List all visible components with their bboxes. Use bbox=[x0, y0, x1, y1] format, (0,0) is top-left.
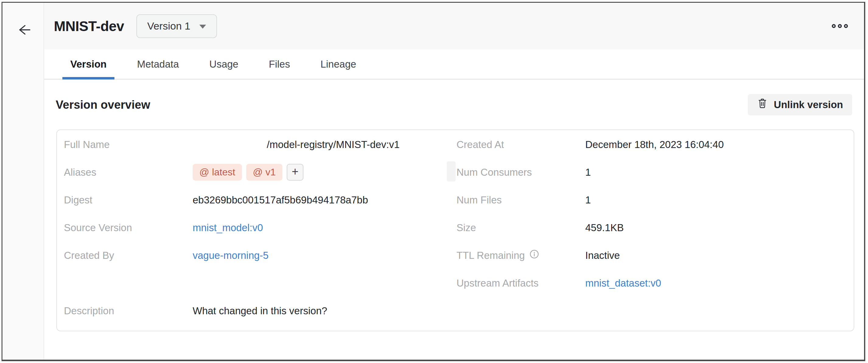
digest-value: eb3269bbc001517af5b69b494178a7bb bbox=[193, 194, 368, 206]
dot-icon bbox=[844, 24, 848, 28]
info-icon[interactable] bbox=[530, 249, 539, 261]
source-version-link[interactable]: mnist_model:v0 bbox=[193, 222, 263, 234]
num-consumers-value: 1 bbox=[585, 167, 591, 178]
field-label: Source Version bbox=[64, 222, 132, 234]
field-label: Aliases bbox=[64, 167, 96, 178]
section-header: Version overview Unlink version bbox=[56, 91, 852, 119]
alias-chip-latest[interactable]: @ latest bbox=[193, 164, 242, 181]
created-at-value: December 18th, 2023 16:04:40 bbox=[585, 139, 724, 150]
alias-chip-v1[interactable]: @ v1 bbox=[246, 164, 282, 181]
field-row-digest: Digest eb3269bbc001517af5b69b494178a7bb bbox=[64, 186, 447, 214]
page-title: MNIST-dev bbox=[54, 18, 124, 34]
main-panel: MNIST-dev Version 1 Version Metadata Usa… bbox=[44, 3, 864, 360]
field-row-full-name: Full Name /model-registry/MNIST-dev:v1 bbox=[64, 131, 447, 158]
scrollbar-thumb[interactable] bbox=[447, 161, 456, 181]
field-label: TTL Remaining bbox=[457, 250, 525, 261]
version-dropdown-label: Version 1 bbox=[147, 20, 190, 32]
ttl-remaining-value: Inactive bbox=[585, 250, 620, 261]
full-name-value: /model-registry/MNIST-dev:v1 bbox=[193, 139, 400, 150]
trash-icon bbox=[757, 98, 768, 112]
field-row-created-at: Created At December 18th, 2023 16:04:40 bbox=[457, 131, 847, 158]
upstream-artifact-link[interactable]: mnist_dataset:v0 bbox=[585, 277, 661, 289]
version-dropdown[interactable]: Version 1 bbox=[136, 14, 217, 38]
field-label: Num Files bbox=[457, 194, 502, 206]
field-label: Full Name bbox=[64, 139, 110, 150]
arrow-left-icon bbox=[17, 23, 31, 38]
dot-icon bbox=[838, 24, 842, 28]
field-row-num-files: Num Files 1 bbox=[457, 186, 847, 214]
overview-right-column: Created At December 18th, 2023 16:04:40 … bbox=[457, 131, 847, 297]
field-row-source-version: Source Version mnist_model:v0 bbox=[64, 214, 447, 241]
tab-bar: Version Metadata Usage Files Lineage bbox=[44, 49, 864, 80]
field-label: Digest bbox=[64, 194, 93, 206]
sidebar bbox=[2, 3, 44, 360]
field-label: Num Consumers bbox=[457, 167, 532, 178]
tab-lineage[interactable]: Lineage bbox=[313, 49, 364, 79]
description-input[interactable]: What changed in this version? bbox=[193, 305, 327, 317]
overflow-menu-button[interactable] bbox=[830, 22, 850, 30]
size-value: 459.1KB bbox=[585, 222, 624, 234]
add-alias-button[interactable]: + bbox=[287, 164, 304, 181]
unlink-version-button[interactable]: Unlink version bbox=[748, 94, 852, 115]
field-row-size: Size 459.1KB bbox=[457, 214, 847, 241]
field-label: Description bbox=[64, 305, 114, 317]
field-row-num-consumers: Num Consumers 1 bbox=[457, 158, 847, 186]
app-window: MNIST-dev Version 1 Version Metadata Usa… bbox=[2, 2, 865, 361]
field-label: Created By bbox=[64, 250, 114, 261]
dot-icon bbox=[832, 24, 836, 28]
section-title: Version overview bbox=[56, 98, 150, 112]
artifact-header: MNIST-dev Version 1 bbox=[44, 3, 864, 49]
back-button[interactable] bbox=[13, 19, 35, 41]
spacer-row bbox=[64, 269, 447, 297]
version-overview-card: Full Name /model-registry/MNIST-dev:v1 A… bbox=[56, 129, 854, 331]
tab-files[interactable]: Files bbox=[261, 49, 298, 79]
tab-version[interactable]: Version bbox=[62, 49, 115, 79]
created-by-link[interactable]: vague-morning-5 bbox=[193, 250, 269, 261]
field-label: Created At bbox=[457, 139, 504, 150]
tab-metadata[interactable]: Metadata bbox=[129, 49, 187, 79]
chevron-down-icon bbox=[199, 25, 206, 29]
field-row-description: Description What changed in this version… bbox=[64, 297, 447, 325]
field-label: Size bbox=[457, 222, 476, 234]
field-row-upstream-artifacts: Upstream Artifacts mnist_dataset:v0 bbox=[457, 269, 847, 297]
alias-chip-list: @ latest @ v1 + bbox=[193, 164, 304, 181]
num-files-value: 1 bbox=[585, 194, 591, 206]
field-row-created-by: Created By vague-morning-5 bbox=[64, 241, 447, 269]
field-row-ttl-remaining: TTL Remaining Inactive bbox=[457, 241, 847, 269]
field-row-aliases: Aliases @ latest @ v1 + bbox=[64, 158, 447, 186]
overview-left-column: Full Name /model-registry/MNIST-dev:v1 A… bbox=[64, 131, 447, 325]
field-label: Upstream Artifacts bbox=[457, 277, 539, 289]
tab-usage[interactable]: Usage bbox=[202, 49, 246, 79]
unlink-version-label: Unlink version bbox=[774, 99, 843, 111]
